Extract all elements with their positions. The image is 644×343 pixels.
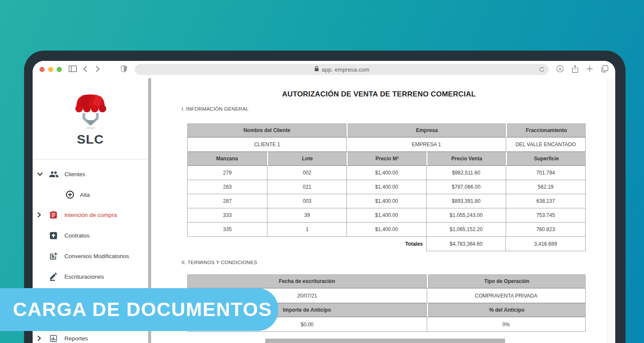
table-cell: $1,065,152.20: [426, 223, 506, 236]
sidebar-item-reportes[interactable]: Reportes: [33, 333, 148, 343]
table-cell: 287: [188, 194, 267, 208]
header-cell: Lote: [267, 152, 347, 165]
table-cell: 002: [267, 166, 346, 180]
header-cell: Precio Venta: [426, 152, 506, 165]
table-cell: $1,400.00: [346, 180, 426, 194]
table-cell: 003: [267, 194, 346, 208]
zoom-button[interactable]: [57, 67, 62, 72]
forward-button[interactable]: [95, 66, 100, 74]
section1-heading: I. INFORMACIÓN GENERAL: [182, 106, 249, 111]
logo-text: SLC: [33, 132, 148, 147]
table-cell: 562.19: [506, 180, 585, 194]
sidebar-item-contratos[interactable]: Contratos: [33, 230, 148, 241]
sidebar-item-convenios-modificatorios[interactable]: Convenios Modificatorios: [33, 250, 148, 262]
totals-superficie: 3,416.689: [506, 237, 586, 251]
url-text: app. empresa.com: [322, 66, 370, 73]
table-cell: $787,066.00: [426, 180, 506, 194]
table-cell: 021: [267, 180, 346, 194]
sidebar-item-alta[interactable]: Alta: [33, 189, 148, 200]
header-cell: Nombre del Cliente: [187, 123, 346, 137]
totals-row: Totales $4,783,364.60 3,416.689: [187, 237, 586, 251]
table-cell: COMPRAVENTA PRIVADA: [427, 289, 585, 303]
share-icon: [572, 65, 578, 74]
table-cell: DEL VALLE ENCANTADO: [506, 138, 585, 151]
chevron-right-icon: [37, 212, 41, 218]
banner-label: CARGA DE DOCUMENTOS: [13, 298, 272, 321]
sidebar-item-escrituraciones[interactable]: Escrituraciones: [33, 271, 148, 282]
add-circle-icon: [65, 190, 75, 199]
table-cell: $893,391.80: [426, 194, 506, 208]
back-icon: [83, 66, 88, 74]
forward-icon: [95, 66, 100, 74]
minimize-button[interactable]: [48, 67, 53, 72]
bar-chart-icon: [49, 334, 58, 343]
sidebar-item-clientes[interactable]: Clientes: [33, 168, 148, 180]
table-row: 287 003 $1,400.00 $893,391.80 638.137: [187, 194, 586, 208]
sidebar-divider: [33, 159, 148, 159]
downloads-button[interactable]: [556, 65, 564, 74]
info-value-row: CLIENTE 1 EMPRESA 1 DEL VALLE ENCANTADO: [187, 137, 586, 152]
slc-awning-icon: [68, 89, 113, 130]
desktop-background: app. empresa.com: [0, 0, 644, 343]
info-general-table: Nombre del Cliente Empresa Fraccionamien…: [187, 123, 586, 251]
refresh-icon: [539, 66, 545, 74]
download-icon: [556, 65, 564, 74]
header-cell: % del Anticipo: [427, 303, 586, 317]
table-cell: 753.745: [506, 208, 585, 222]
chevron-down-icon: [37, 172, 43, 176]
table-cell: 701.794: [506, 166, 585, 180]
header-cell: Precio M²: [346, 152, 426, 165]
table-row: 335 1 $1,400.00 $1,065,152.20 760.823: [187, 223, 586, 237]
plus-icon: [586, 66, 593, 73]
table-row: 279 002 $1,400.00 $982,511.60 701.794: [187, 165, 586, 180]
refresh-button[interactable]: [539, 66, 545, 74]
people-icon: [49, 169, 59, 179]
header-row: Fecha de escrituración Tipo de Operación: [187, 274, 586, 288]
close-button[interactable]: [39, 67, 45, 72]
table-cell: 279: [188, 166, 267, 180]
table-cell: 283: [188, 180, 267, 194]
traffic-lights: [39, 67, 62, 72]
back-button[interactable]: [83, 66, 88, 74]
table-cell: 638.137: [506, 194, 585, 208]
main-scrollbar-track[interactable]: [607, 78, 615, 343]
tabs-icon: [601, 65, 608, 74]
section2-heading: II. TERMINOS Y CONDICIONES: [182, 260, 257, 265]
totals-label: Totales: [187, 237, 426, 251]
table-cell: $1,400.00: [346, 208, 426, 222]
table-cell: 39: [267, 208, 346, 222]
header-cell: Empresa: [346, 123, 506, 137]
app-logo: SLC: [33, 89, 148, 147]
clipboard-icon: [49, 211, 58, 220]
lock-icon: [314, 66, 319, 73]
table-cell: 0%: [427, 317, 585, 331]
table-cell: $1,400.00: [346, 194, 426, 208]
sidebar-toggle-button[interactable]: [69, 66, 77, 73]
lot-header-row: Manzana Lote Precio M² Precio Venta Supe…: [187, 152, 586, 165]
header-cell: Tipo de Operación: [427, 274, 586, 288]
table-cell: $982,511.60: [426, 166, 506, 180]
toolbar-right-buttons: [556, 65, 608, 74]
carga-de-documentos-banner: CARGA DE DOCUMENTOS: [0, 288, 278, 331]
sidebar-item-intencion-de-compra[interactable]: Intención de compra: [33, 209, 148, 220]
table-cell: 335: [188, 223, 267, 236]
shield-icon: [121, 65, 127, 74]
pencil-icon: [49, 272, 58, 281]
header-cell: Fraccionamiento: [506, 123, 586, 137]
table-row: 333 39 $1,400.00 $1,055,243.00 753.745: [187, 208, 586, 223]
table-cell: 333: [188, 208, 267, 222]
table-cell: 760.823: [506, 223, 585, 236]
table-cell: 1: [267, 223, 346, 236]
table-cell: $1,055,243.00: [426, 208, 506, 222]
info-header-row: Nombre del Cliente Empresa Fraccionamien…: [187, 123, 586, 137]
browser-toolbar: app. empresa.com: [33, 61, 615, 78]
table-row: 283 021 $1,400.00 $787,066.00 562.19: [187, 180, 586, 194]
share-button[interactable]: [572, 65, 578, 74]
privacy-shield-button[interactable]: [121, 65, 127, 74]
header-cell: Fecha de escrituración: [187, 274, 427, 288]
address-bar[interactable]: app. empresa.com: [135, 64, 549, 75]
header-cell: Superficie: [506, 152, 586, 165]
tab-overview-button[interactable]: [601, 65, 608, 74]
new-tab-button[interactable]: [586, 66, 593, 73]
upload-box-icon: [49, 231, 58, 240]
